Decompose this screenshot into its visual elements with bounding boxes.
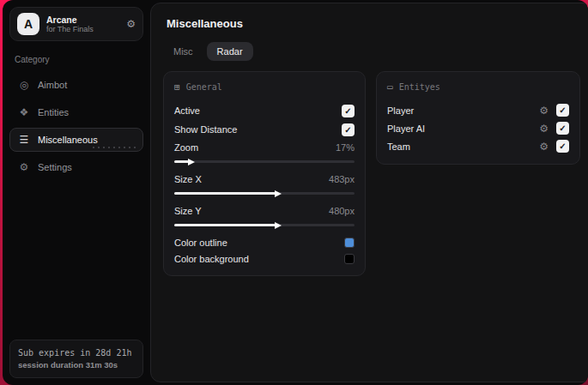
entities-panel-title: Entityes <box>399 82 440 92</box>
page-title: Miscellaneous <box>151 3 588 30</box>
app-window: A Arcane for The Finals ⚙ Category ◎ Aim… <box>3 0 588 385</box>
category-label: Category <box>15 55 138 64</box>
color-outline-swatch[interactable] <box>344 238 355 248</box>
tab-bar: Misc Radar <box>151 30 588 61</box>
sidebar-item-aimbot[interactable]: ◎ Aimbot <box>9 73 143 97</box>
toggle-row-show-distance: Show Distance ✓ <box>174 120 355 139</box>
toggle-row-active: Active ✓ <box>174 101 355 120</box>
active-checkbox[interactable]: ✓ <box>342 105 355 117</box>
app-title: Arcane <box>46 15 119 25</box>
session-duration-text: session duration 31m 30s <box>18 359 135 371</box>
show-distance-checkbox[interactable]: ✓ <box>342 123 355 136</box>
sidebar-item-settings[interactable]: ⚙ Settings <box>9 155 143 179</box>
tab-misc[interactable]: Misc <box>163 42 203 61</box>
sidebar-item-label: Settings <box>38 162 72 172</box>
size-x-slider-block: Size X 483px <box>174 171 355 195</box>
miscellaneous-sliders-icon: ☰ <box>18 134 30 146</box>
zoom-slider[interactable] <box>174 160 355 163</box>
app-settings-gear-icon[interactable]: ⚙ <box>126 18 136 30</box>
size-x-value: 483px <box>329 174 355 184</box>
sidebar-item-label: Aimbot <box>38 80 67 90</box>
size-y-slider-thumb[interactable] <box>275 222 282 229</box>
entity-row-player: Player ⚙ ✓ <box>387 101 569 119</box>
entities-panel: ▭ Entityes Player ⚙ ✓ Player AI ⚙ <box>376 71 580 165</box>
entities-monitor-icon: ▭ <box>387 81 393 93</box>
app-header-card: A Arcane for The Finals ⚙ <box>9 7 143 41</box>
app-subtitle: for The Finals <box>46 25 119 33</box>
team-settings-gear-icon[interactable]: ⚙ <box>539 141 549 153</box>
entity-row-player-ai: Player AI ⚙ ✓ <box>387 119 569 137</box>
app-logo: A <box>17 13 39 35</box>
general-panel: ⊞ General Active ✓ Show Distance ✓ Zoom <box>163 71 366 276</box>
color-background-row: Color background <box>174 250 355 267</box>
settings-gear-icon: ⚙ <box>18 161 30 173</box>
entities-cube-icon: ❖ <box>18 106 30 118</box>
entity-row-team: Team ⚙ ✓ <box>387 137 569 155</box>
sidebar-item-label: Miscellaneous <box>38 135 98 145</box>
size-y-value: 480px <box>329 206 355 216</box>
player-settings-gear-icon[interactable]: ⚙ <box>539 105 549 117</box>
size-x-slider[interactable] <box>174 192 355 195</box>
aimbot-crosshair-icon: ◎ <box>18 79 30 91</box>
size-x-slider-thumb[interactable] <box>275 190 282 197</box>
subscription-card: Sub expires in 28d 21h session duration … <box>9 340 143 378</box>
main-card: Miscellaneous Misc Radar ⊞ General Activ… <box>150 3 588 382</box>
zoom-slider-thumb[interactable] <box>188 159 195 165</box>
zoom-slider-block: Zoom 17% <box>174 139 355 163</box>
panels-container: ⊞ General Active ✓ Show Distance ✓ Zoom <box>151 61 588 286</box>
sidebar: A Arcane for The Finals ⚙ Category ◎ Aim… <box>3 0 150 385</box>
size-y-slider-block: Size Y 480px <box>174 202 355 226</box>
sidebar-item-entities[interactable]: ❖ Entities <box>9 100 143 124</box>
player-ai-settings-gear-icon[interactable]: ⚙ <box>539 123 549 135</box>
color-background-swatch[interactable] <box>344 254 355 264</box>
team-checkbox[interactable]: ✓ <box>556 140 569 153</box>
main-area: Miscellaneous Misc Radar ⊞ General Activ… <box>150 0 588 385</box>
selected-item-dots-decoration <box>91 143 136 149</box>
player-ai-checkbox[interactable]: ✓ <box>556 122 569 135</box>
general-icon: ⊞ <box>174 81 180 93</box>
zoom-value: 17% <box>336 142 355 153</box>
sub-expiry-text: Sub expires in 28d 21h <box>18 346 135 359</box>
size-y-slider[interactable] <box>174 224 355 226</box>
tab-radar[interactable]: Radar <box>207 42 253 61</box>
player-checkbox[interactable]: ✓ <box>556 104 569 117</box>
sidebar-item-miscellaneous[interactable]: ☰ Miscellaneous <box>9 128 143 152</box>
general-panel-title: General <box>186 82 222 92</box>
color-outline-row: Color outline <box>174 234 355 250</box>
sidebar-item-label: Entities <box>38 107 69 117</box>
